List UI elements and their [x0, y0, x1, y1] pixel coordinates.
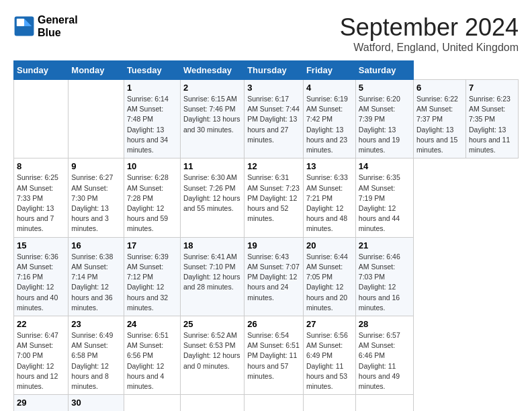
calendar-cell: 19Sunrise: 6:43 AM Sunset: 7:07 PM Dayli…	[245, 237, 304, 316]
month-title: September 2024	[340, 13, 519, 42]
calendar-cell: 9Sunrise: 6:27 AM Sunset: 7:30 PM Daylig…	[69, 158, 124, 237]
calendar-cell: 20Sunrise: 6:44 AM Sunset: 7:05 PM Dayli…	[303, 237, 355, 316]
col-header-thursday: Thursday	[245, 61, 304, 80]
calendar-cell: 11Sunrise: 6:30 AM Sunset: 7:26 PM Dayli…	[180, 158, 244, 237]
day-number: 4	[306, 83, 353, 93]
day-number: 6	[416, 83, 463, 93]
day-info: Sunrise: 6:54 AM Sunset: 6:51 PM Dayligh…	[247, 330, 300, 381]
day-number: 10	[127, 161, 177, 171]
day-number: 1	[127, 83, 177, 93]
calendar-cell: 8Sunrise: 6:25 AM Sunset: 7:33 PM Daylig…	[14, 158, 69, 237]
page-header: General Blue September 2024 Watford, Eng…	[13, 13, 519, 54]
day-info: Sunrise: 6:43 AM Sunset: 7:07 PM Dayligh…	[247, 252, 300, 303]
day-number: 23	[71, 319, 121, 329]
logo-icon	[13, 15, 35, 37]
day-info: Sunrise: 6:38 AM Sunset: 7:14 PM Dayligh…	[71, 252, 121, 313]
col-header-wednesday: Wednesday	[180, 61, 244, 80]
calendar-week-1: 1Sunrise: 6:14 AM Sunset: 7:48 PM Daylig…	[14, 80, 519, 158]
day-number: 26	[247, 319, 300, 329]
day-number: 5	[359, 83, 410, 93]
calendar-cell: 24Sunrise: 6:51 AM Sunset: 6:56 PM Dayli…	[124, 316, 180, 394]
day-info: Sunrise: 6:28 AM Sunset: 7:28 PM Dayligh…	[127, 173, 177, 234]
day-info: Sunrise: 6:14 AM Sunset: 7:48 PM Dayligh…	[127, 94, 177, 155]
calendar-cell: 15Sunrise: 6:36 AM Sunset: 7:16 PM Dayli…	[14, 237, 69, 316]
day-info: Sunrise: 6:27 AM Sunset: 7:30 PM Dayligh…	[71, 173, 121, 234]
calendar-cell	[180, 395, 244, 411]
day-info: Sunrise: 6:15 AM Sunset: 7:46 PM Dayligh…	[183, 94, 241, 135]
calendar-cell: 10Sunrise: 6:28 AM Sunset: 7:28 PM Dayli…	[124, 158, 180, 237]
calendar-cell: 27Sunrise: 6:56 AM Sunset: 6:49 PM Dayli…	[303, 316, 355, 394]
day-number: 21	[359, 240, 410, 250]
day-number: 2	[183, 83, 241, 93]
calendar-cell: 18Sunrise: 6:41 AM Sunset: 7:10 PM Dayli…	[180, 237, 244, 316]
calendar-cell: 2Sunrise: 6:15 AM Sunset: 7:46 PM Daylig…	[180, 80, 244, 158]
day-info: Sunrise: 6:22 AM Sunset: 7:37 PM Dayligh…	[416, 94, 463, 155]
day-number: 9	[71, 161, 121, 171]
calendar-cell: 29Sunrise: 6:59 AM Sunset: 6:44 PM Dayli…	[14, 395, 69, 411]
day-number: 25	[183, 319, 241, 329]
col-header-saturday: Saturday	[355, 61, 413, 80]
calendar-cell	[69, 80, 124, 158]
location-title: Watford, England, United Kingdom	[340, 42, 519, 54]
day-info: Sunrise: 6:51 AM Sunset: 6:56 PM Dayligh…	[127, 330, 177, 392]
day-number: 29	[17, 398, 65, 408]
day-number: 11	[183, 161, 241, 171]
calendar-cell: 1Sunrise: 6:14 AM Sunset: 7:48 PM Daylig…	[124, 80, 180, 158]
calendar-week-3: 15Sunrise: 6:36 AM Sunset: 7:16 PM Dayli…	[14, 237, 519, 316]
day-number: 8	[17, 161, 65, 171]
calendar-cell: 13Sunrise: 6:33 AM Sunset: 7:21 PM Dayli…	[303, 158, 355, 237]
day-info: Sunrise: 6:56 AM Sunset: 6:49 PM Dayligh…	[306, 330, 353, 392]
calendar-cell: 5Sunrise: 6:20 AM Sunset: 7:39 PM Daylig…	[355, 80, 413, 158]
calendar-cell: 28Sunrise: 6:57 AM Sunset: 6:46 PM Dayli…	[355, 316, 413, 394]
day-info: Sunrise: 6:57 AM Sunset: 6:46 PM Dayligh…	[359, 330, 410, 392]
day-number: 22	[17, 319, 65, 329]
day-info: Sunrise: 6:35 AM Sunset: 7:19 PM Dayligh…	[359, 173, 410, 234]
day-info: Sunrise: 6:20 AM Sunset: 7:39 PM Dayligh…	[359, 94, 410, 155]
day-number: 12	[247, 161, 300, 171]
day-number: 18	[183, 240, 241, 250]
calendar-cell: 14Sunrise: 6:35 AM Sunset: 7:19 PM Dayli…	[355, 158, 413, 237]
logo: General Blue	[13, 13, 78, 39]
calendar-cell: 21Sunrise: 6:46 AM Sunset: 7:03 PM Dayli…	[355, 237, 413, 316]
calendar-week-4: 22Sunrise: 6:47 AM Sunset: 7:00 PM Dayli…	[14, 316, 519, 394]
day-number: 19	[247, 240, 300, 250]
day-info: Sunrise: 6:44 AM Sunset: 7:05 PM Dayligh…	[306, 252, 353, 313]
day-number: 27	[306, 319, 353, 329]
calendar-cell	[124, 395, 180, 411]
calendar-cell	[303, 395, 355, 411]
logo-text: General Blue	[38, 13, 78, 39]
calendar-cell: 4Sunrise: 6:19 AM Sunset: 7:42 PM Daylig…	[303, 80, 355, 158]
calendar-cell: 30Sunrise: 7:00 AM Sunset: 6:42 PM Dayli…	[69, 395, 124, 411]
day-info: Sunrise: 6:41 AM Sunset: 7:10 PM Dayligh…	[183, 252, 241, 293]
calendar-table: SundayMondayTuesdayWednesdayThursdayFrid…	[13, 60, 519, 411]
calendar-cell: 7Sunrise: 6:23 AM Sunset: 7:35 PM Daylig…	[466, 80, 518, 158]
day-number: 7	[469, 83, 515, 93]
calendar-cell: 12Sunrise: 6:31 AM Sunset: 7:23 PM Dayli…	[245, 158, 304, 237]
calendar-cell: 3Sunrise: 6:17 AM Sunset: 7:44 PM Daylig…	[245, 80, 304, 158]
day-info: Sunrise: 6:52 AM Sunset: 6:53 PM Dayligh…	[183, 330, 241, 371]
day-info: Sunrise: 6:19 AM Sunset: 7:42 PM Dayligh…	[306, 94, 353, 155]
day-number: 14	[359, 161, 410, 171]
day-info: Sunrise: 6:31 AM Sunset: 7:23 PM Dayligh…	[247, 173, 300, 224]
calendar-cell: 22Sunrise: 6:47 AM Sunset: 7:00 PM Dayli…	[14, 316, 69, 394]
day-info: Sunrise: 6:25 AM Sunset: 7:33 PM Dayligh…	[17, 173, 65, 234]
day-number: 28	[359, 319, 410, 329]
day-info: Sunrise: 6:23 AM Sunset: 7:35 PM Dayligh…	[469, 94, 515, 155]
svg-rect-2	[17, 19, 24, 26]
day-number: 13	[306, 161, 353, 171]
col-header-monday: Monday	[69, 61, 124, 80]
col-header-sunday: Sunday	[14, 61, 69, 80]
day-number: 20	[306, 240, 353, 250]
col-header-tuesday: Tuesday	[124, 61, 180, 80]
day-info: Sunrise: 6:30 AM Sunset: 7:26 PM Dayligh…	[183, 173, 241, 214]
day-number: 17	[127, 240, 177, 250]
day-info: Sunrise: 6:17 AM Sunset: 7:44 PM Dayligh…	[247, 94, 300, 145]
calendar-cell: 25Sunrise: 6:52 AM Sunset: 6:53 PM Dayli…	[180, 316, 244, 394]
day-number: 3	[247, 83, 300, 93]
day-number: 30	[71, 398, 121, 408]
calendar-cell: 23Sunrise: 6:49 AM Sunset: 6:58 PM Dayli…	[69, 316, 124, 394]
calendar-cell: 6Sunrise: 6:22 AM Sunset: 7:37 PM Daylig…	[414, 80, 466, 158]
day-info: Sunrise: 6:36 AM Sunset: 7:16 PM Dayligh…	[17, 252, 65, 313]
day-info: Sunrise: 6:46 AM Sunset: 7:03 PM Dayligh…	[359, 252, 410, 313]
calendar-week-5: 29Sunrise: 6:59 AM Sunset: 6:44 PM Dayli…	[14, 395, 519, 411]
